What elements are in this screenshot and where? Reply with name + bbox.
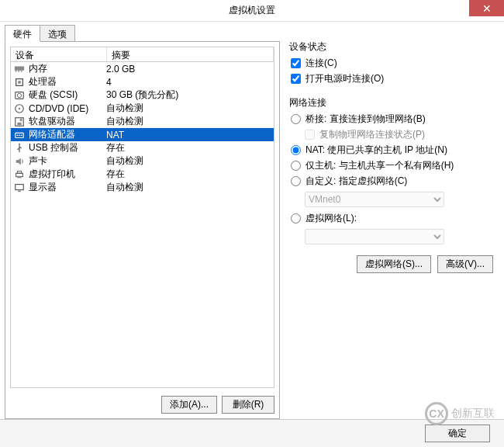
advanced-button[interactable]: 高级(V)... [437, 255, 493, 273]
right-pane: 设备状态 连接(C) 打开电源时连接(O) 网络连接 桥接: 直接连接到物理网络… [280, 25, 499, 418]
sound-icon [13, 155, 26, 168]
window-title: 虚拟机设置 [229, 4, 275, 17]
device-row-memory[interactable]: 内存2.0 GB [11, 62, 274, 75]
device-row-display[interactable]: 显示器自动检测 [11, 181, 274, 194]
replicate-row: 复制物理网络连接状态(P) [305, 128, 493, 141]
device-list-buttons: 添加(A)... 删除(R) [10, 396, 274, 414]
svg-rect-19 [17, 171, 21, 173]
svg-point-16 [21, 134, 22, 136]
col-header-device[interactable]: 设备 [11, 47, 107, 61]
hdd-icon [13, 89, 26, 102]
close-button[interactable]: ✕ [469, 0, 504, 16]
device-list[interactable]: 内存2.0 GB处理器4硬盘 (SCSI)30 GB (预先分配)CD/DVD … [10, 62, 274, 388]
hostonly-row[interactable]: 仅主机: 与主机共享一个私有网络(H) [291, 159, 493, 172]
svg-point-9 [19, 107, 21, 109]
device-label: 处理器 [29, 75, 106, 88]
svg-rect-11 [17, 122, 21, 125]
device-summary: 2.0 GB [106, 64, 135, 74]
device-row-printer[interactable]: 虚拟打印机存在 [11, 168, 274, 181]
col-header-summary[interactable]: 摘要 [107, 47, 274, 61]
connect-at-poweron-row[interactable]: 打开电源时连接(O) [291, 72, 493, 85]
remove-device-button[interactable]: 删除(R) [222, 396, 274, 414]
custom-label: 自定义: 指定虚拟网络(C) [306, 175, 407, 188]
hostonly-label: 仅主机: 与主机共享一个私有网络(H) [306, 159, 454, 172]
device-label: 显示器 [29, 181, 106, 194]
svg-rect-12 [20, 118, 22, 121]
device-summary: 自动检测 [106, 115, 143, 128]
device-label: CD/DVD (IDE) [29, 103, 106, 114]
svg-rect-1 [16, 70, 17, 71]
device-summary: 存在 [106, 168, 125, 181]
connected-checkbox[interactable] [291, 58, 301, 68]
svg-rect-2 [18, 70, 19, 71]
group-network-connection: 网络连接 桥接: 直接连接到物理网络(B) 复制物理网络连接状态(P) NAT:… [289, 96, 493, 273]
tabs: 硬件 选项 [5, 25, 280, 42]
add-device-button[interactable]: 添加(A)... [161, 396, 217, 414]
lan-segment-radio[interactable] [291, 213, 301, 224]
device-status-title: 设备状态 [289, 40, 493, 54]
usb-icon [13, 142, 26, 154]
device-summary: 4 [106, 77, 112, 88]
device-summary: 存在 [106, 141, 125, 154]
device-summary: 自动检测 [106, 102, 143, 115]
ok-button[interactable]: 确定 [425, 424, 490, 442]
lan-segments-button[interactable]: 虚拟网络(S)... [357, 255, 431, 273]
hostonly-radio[interactable] [291, 161, 301, 171]
device-summary: 自动检测 [106, 154, 143, 168]
device-label: 硬盘 (SCSI) [29, 88, 106, 102]
content: 硬件 选项 设备 摘要 内存2.0 GB处理器4硬盘 (SCSI)30 GB (… [0, 22, 504, 418]
group-device-status: 设备状态 连接(C) 打开电源时连接(O) [289, 40, 493, 85]
nat-label: NAT: 使用已共享的主机 IP 地址(N) [306, 144, 447, 157]
device-row-sound[interactable]: 声卡自动检测 [11, 154, 274, 168]
replicate-checkbox [305, 130, 315, 140]
lan-segment-select [305, 229, 444, 244]
svg-rect-5 [18, 81, 21, 84]
connected-label: 连接(C) [306, 57, 337, 70]
device-row-floppy[interactable]: 软盘驱动器自动检测 [11, 115, 274, 128]
lan-segment-row[interactable]: 虚拟网络(L): [291, 212, 493, 225]
device-row-cddvd[interactable]: CD/DVD (IDE)自动检测 [11, 102, 274, 115]
bridged-radio[interactable] [291, 114, 301, 124]
device-row-cpu[interactable]: 处理器4 [11, 75, 274, 88]
svg-rect-20 [17, 175, 21, 178]
device-label: 虚拟打印机 [29, 168, 106, 181]
tab-options[interactable]: 选项 [40, 25, 75, 42]
custom-row[interactable]: 自定义: 指定虚拟网络(C) [291, 175, 493, 188]
device-label: 声卡 [29, 154, 106, 168]
network-title: 网络连接 [289, 96, 493, 109]
bridged-label: 桥接: 直接连接到物理网络(B) [306, 113, 426, 126]
printer-icon [13, 168, 26, 181]
svg-rect-21 [16, 184, 24, 189]
connected-row[interactable]: 连接(C) [291, 57, 493, 70]
nat-row[interactable]: NAT: 使用已共享的主机 IP 地址(N) [291, 144, 493, 157]
device-row-hdd[interactable]: 硬盘 (SCSI)30 GB (预先分配) [11, 88, 274, 102]
titlebar: 虚拟机设置 ✕ [0, 0, 504, 22]
network-buttons: 虚拟网络(S)... 高级(V)... [291, 255, 493, 273]
device-label: USB 控制器 [29, 141, 106, 154]
connect-at-poweron-checkbox[interactable] [291, 74, 301, 84]
connect-at-poweron-label: 打开电源时连接(O) [306, 72, 384, 85]
svg-point-15 [19, 134, 20, 136]
device-label: 网络适配器 [29, 128, 106, 141]
device-row-netadapter[interactable]: 网络适配器NAT [11, 128, 274, 141]
device-list-header: 设备 摘要 [10, 47, 274, 62]
hardware-tab-body: 设备 摘要 内存2.0 GB处理器4硬盘 (SCSI)30 GB (预先分配)C… [5, 41, 280, 419]
lan-segment-label: 虚拟网络(L): [306, 212, 357, 225]
floppy-icon [13, 116, 26, 128]
display-icon [13, 182, 26, 194]
net-icon [13, 129, 26, 141]
device-row-usb[interactable]: USB 控制器存在 [11, 141, 274, 154]
nat-radio[interactable] [291, 145, 301, 155]
memory-icon [13, 63, 26, 75]
svg-point-17 [19, 143, 20, 144]
svg-rect-22 [18, 190, 21, 192]
bridged-row[interactable]: 桥接: 直接连接到物理网络(B) [291, 113, 493, 126]
device-summary: 自动检测 [106, 181, 143, 194]
custom-radio[interactable] [291, 176, 301, 186]
device-summary: NAT [106, 130, 124, 140]
tab-hardware[interactable]: 硬件 [5, 25, 40, 42]
replicate-label: 复制物理网络连接状态(P) [319, 128, 425, 141]
footer: 确定 [0, 419, 504, 447]
left-pane: 硬件 选项 设备 摘要 内存2.0 GB处理器4硬盘 (SCSI)30 GB (… [5, 25, 280, 418]
custom-network-select: VMnet0 [305, 192, 444, 207]
